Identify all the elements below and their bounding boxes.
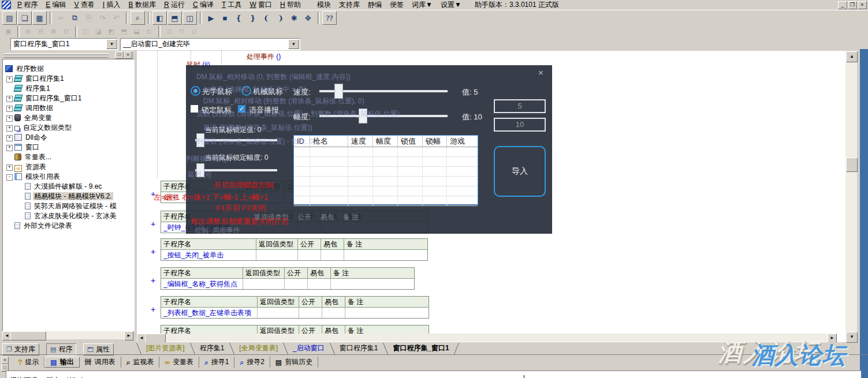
- tree-item[interactable]: +调用数据: [3, 103, 54, 113]
- voice-broadcast-checkbox[interactable]: ✓: [238, 105, 245, 113]
- layout-left-icon[interactable]: ◧: [152, 11, 167, 25]
- list-row[interactable]: [294, 196, 478, 206]
- new-file-icon[interactable]: ▤: [2, 11, 17, 25]
- expand-icon[interactable]: +: [6, 145, 13, 151]
- tab-call-table[interactable]: 卌调用表: [80, 357, 121, 368]
- amplitude-slider-thumb[interactable]: [359, 108, 367, 123]
- close-icon[interactable]: ×: [538, 68, 543, 77]
- align-top-icon[interactable]: ⊠: [47, 27, 59, 36]
- debug-run-to-icon[interactable]: ❩: [274, 12, 287, 24]
- tab-window-program-set-window-1[interactable]: 窗口程序集_窗口1: [385, 343, 456, 354]
- tree-item[interactable]: 笑郭天盾网络验证模块 - 模: [3, 201, 118, 211]
- tab-search-2[interactable]: ⌕搜寻2: [234, 357, 270, 368]
- menu-settings[interactable]: 设置▼: [437, 0, 465, 10]
- expand-icon[interactable]: +: [6, 96, 13, 102]
- align-bottom-icon[interactable]: ⊡: [60, 27, 72, 36]
- list-row[interactable]: [294, 167, 478, 177]
- unit-selector[interactable]: 窗口程序集_窗口1 ▼: [10, 38, 118, 50]
- stop-icon[interactable]: ■: [218, 12, 232, 24]
- tab-search-1[interactable]: ⌕搜寻1: [199, 357, 234, 368]
- col-header[interactable]: 幅度: [373, 136, 398, 147]
- center-vertical-icon[interactable]: ◪: [92, 27, 105, 36]
- list-row[interactable]: [294, 177, 478, 186]
- tree-item-selected[interactable]: 精易模块 - 精易模块V6.2.: [3, 192, 113, 201]
- speed-slider-thumb[interactable]: [334, 84, 343, 99]
- tab-startup-window[interactable]: _启动窗口: [285, 343, 332, 354]
- dock-restore-icon[interactable]: □: [115, 51, 124, 59]
- event-selector[interactable]: __启动窗口_创建完毕 ▼: [120, 38, 300, 50]
- tree-item[interactable]: +窗口: [3, 143, 40, 152]
- tab-watch-table[interactable]: ⌕监视表: [121, 357, 160, 368]
- expand-icon[interactable]: +: [6, 115, 13, 122]
- scroll-down-icon[interactable]: ▼: [846, 332, 858, 343]
- tab-output[interactable]: ▤输出: [44, 357, 79, 368]
- space-horizontal-icon[interactable]: ⬓: [131, 27, 143, 36]
- grid-icon[interactable]: ▣: [2, 27, 14, 36]
- debug-step-over-icon[interactable]: ❵: [246, 12, 259, 24]
- amplitude-input[interactable]: 10: [494, 118, 546, 132]
- chevron-down-icon[interactable]: ▼: [106, 39, 117, 49]
- menu-module[interactable]: 模块: [313, 0, 335, 10]
- tree-item[interactable]: +Dll命令: [3, 133, 49, 143]
- list-row[interactable]: [294, 186, 478, 196]
- align-left-icon[interactable]: ⊞: [22, 27, 34, 36]
- scroll-right-icon[interactable]: ►: [828, 334, 837, 342]
- help-search-icon[interactable]: ⁇: [322, 11, 337, 25]
- optical-mouse-radio[interactable]: [191, 86, 200, 96]
- menu-program[interactable]: P 程序: [13, 0, 42, 10]
- menu-view[interactable]: V 查看: [70, 0, 99, 10]
- tree-item[interactable]: 程序集1: [3, 84, 51, 93]
- hand-tool-icon[interactable]: ✥: [301, 12, 315, 24]
- amplitude-slider-track[interactable]: [319, 115, 448, 117]
- cut-icon[interactable]: ✂: [54, 12, 68, 24]
- same-height-icon[interactable]: ⬒: [118, 27, 130, 36]
- redo-icon[interactable]: ↷: [96, 12, 109, 24]
- close-button[interactable]: ×: [858, 1, 867, 9]
- size-width-icon[interactable]: ⊐: [163, 27, 175, 36]
- menu-database[interactable]: B 数据库: [125, 0, 160, 10]
- expand-icon[interactable]: +: [6, 106, 13, 112]
- tab-support-library[interactable]: ❒支持库: [2, 343, 39, 355]
- lock-mouse-checkbox[interactable]: [191, 105, 198, 113]
- tree-item[interactable]: +全局变量: [3, 113, 53, 123]
- tree-horizontal-scrollbar[interactable]: ◄ ►: [2, 331, 133, 339]
- expand-icon[interactable]: +: [6, 125, 13, 132]
- find-icon[interactable]: ⌕: [131, 11, 145, 25]
- output-text-area[interactable]: 模块环境： 版本：Windows: [6, 370, 861, 378]
- size-both-icon[interactable]: ⊔: [188, 27, 200, 36]
- list-row[interactable]: [294, 157, 478, 167]
- tab-program-set-1[interactable]: 程序集1: [192, 343, 232, 354]
- menu-support-lib[interactable]: 支持库: [335, 0, 364, 10]
- col-header[interactable]: 锁幅: [423, 136, 447, 147]
- layout-top-icon[interactable]: ⬒: [167, 11, 182, 25]
- save-icon[interactable]: ▦: [32, 11, 47, 25]
- menu-static-compile[interactable]: 静编: [364, 0, 386, 10]
- expand-subroutine-icon[interactable]: +: [151, 305, 155, 314]
- import-button[interactable]: 导入: [494, 146, 546, 197]
- list-row[interactable]: [294, 147, 478, 157]
- lock-value-slider-track[interactable]: [195, 139, 277, 141]
- align-right-icon[interactable]: ⊟: [35, 27, 47, 36]
- code-horizontal-scrollbar[interactable]: ◄ ►: [137, 334, 837, 342]
- tab-hints[interactable]: ?提示: [13, 357, 44, 368]
- lock-value-slider-thumb[interactable]: [196, 133, 204, 147]
- tab-program[interactable]: ▤程序: [46, 343, 76, 355]
- debug-step-out-icon[interactable]: ❨: [260, 12, 273, 24]
- tree-item[interactable]: -模块引用表: [3, 172, 61, 182]
- panel-close-icon[interactable]: ×: [1, 357, 9, 364]
- tab-properties[interactable]: 🗔属性: [83, 343, 114, 355]
- copy-icon[interactable]: ⧉: [68, 12, 81, 24]
- tree-item[interactable]: 大漠插件破解版 - 9.ec: [3, 182, 103, 192]
- expand-subroutine-icon[interactable]: +: [151, 219, 155, 229]
- gun-config-list[interactable]: ID 枪名 速度 幅度 锁值 锁幅 游戏: [293, 135, 478, 205]
- col-header[interactable]: 枪名: [310, 136, 348, 147]
- open-file-icon[interactable]: ❏: [17, 11, 32, 25]
- space-vertical-icon[interactable]: ⊏: [143, 27, 155, 36]
- center-horizontal-icon[interactable]: ◫: [80, 27, 92, 36]
- col-header[interactable]: 锁值: [398, 136, 423, 147]
- table-row[interactable]: _按钮_关闭_被单击: [161, 249, 427, 260]
- chevron-down-icon[interactable]: ▼: [288, 39, 299, 49]
- col-header[interactable]: ID: [294, 136, 310, 147]
- paste-icon[interactable]: ⎘: [82, 12, 95, 24]
- menu-run[interactable]: R 运行: [160, 0, 189, 10]
